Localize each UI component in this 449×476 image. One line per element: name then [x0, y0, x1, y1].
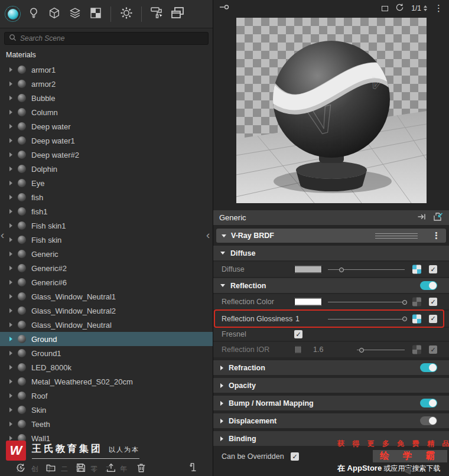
section-refraction[interactable]: Refraction: [213, 360, 449, 375]
expand-arrow-icon[interactable]: [9, 252, 12, 256]
bump-toggle[interactable]: [420, 399, 437, 407]
material-row[interactable]: Skin: [0, 403, 213, 417]
expand-arrow-icon[interactable]: [9, 96, 12, 100]
slider-knob[interactable]: [339, 268, 344, 272]
displacement-toggle[interactable]: [420, 416, 437, 425]
material-row[interactable]: Metal_Weathered_S02_20cm: [0, 374, 213, 389]
expand-arrow-icon[interactable]: [9, 209, 12, 214]
expand-arrow-icon[interactable]: [9, 436, 12, 441]
refraction-toggle[interactable]: [420, 363, 437, 372]
glossiness-slider[interactable]: [328, 319, 405, 319]
purge-trash-button[interactable]: [136, 462, 147, 475]
material-row[interactable]: Roof: [0, 389, 213, 403]
fresnel-checkbox[interactable]: [294, 330, 302, 338]
section-diffuse[interactable]: Diffuse: [213, 246, 449, 260]
glossiness-checkbox[interactable]: [429, 315, 437, 323]
material-row[interactable]: Eye: [0, 176, 213, 190]
reflection-color-texture-slot-icon[interactable]: [412, 298, 421, 307]
expand-arrow-icon[interactable]: [9, 223, 12, 228]
glossiness-value-field[interactable]: 1: [295, 315, 300, 323]
expand-arrow-icon[interactable]: [9, 181, 12, 185]
section-opacity[interactable]: Opacity: [213, 378, 449, 393]
material-row[interactable]: Generic#2: [0, 261, 213, 275]
material-row[interactable]: Ground: [0, 332, 213, 346]
material-row[interactable]: Generic#6: [0, 275, 213, 289]
material-row[interactable]: armor2: [0, 77, 213, 91]
ior-swatch[interactable]: [294, 346, 302, 354]
collapse-right-panel-handle-icon[interactable]: ‹: [206, 229, 210, 240]
expand-arrow-icon[interactable]: [9, 407, 12, 412]
material-row[interactable]: Ground1: [0, 346, 213, 360]
expand-arrow-icon[interactable]: [9, 124, 12, 129]
expand-arrow-icon[interactable]: [9, 308, 12, 313]
material-row[interactable]: Bubble: [0, 91, 213, 105]
preview-window-button[interactable]: [167, 2, 188, 27]
ior-slider[interactable]: [357, 350, 405, 350]
expand-arrow-icon[interactable]: [9, 152, 12, 157]
material-row[interactable]: Glass_Window_Neutral: [0, 318, 213, 332]
expand-arrow-icon[interactable]: [9, 110, 12, 115]
material-row[interactable]: Generic: [0, 247, 213, 261]
material-row[interactable]: Column: [0, 105, 213, 119]
expand-arrow-icon[interactable]: [9, 67, 12, 72]
material-row[interactable]: Fish skin1: [0, 219, 213, 233]
expand-arrow-icon[interactable]: [9, 351, 12, 356]
expand-arrow-icon[interactable]: [9, 195, 12, 200]
glossiness-texture-slot-icon[interactable]: [412, 314, 421, 323]
expand-arrow-icon[interactable]: [9, 237, 12, 242]
drag-handle-icon[interactable]: [375, 233, 418, 239]
section-reflection[interactable]: Reflection: [213, 278, 449, 293]
history-button[interactable]: [15, 462, 26, 475]
save-to-library-icon[interactable]: [433, 212, 443, 223]
material-row[interactable]: Glass_Window_Neutral2: [0, 304, 213, 318]
paint-tool-button[interactable]: [147, 2, 167, 27]
material-row[interactable]: Dolphin: [0, 162, 213, 176]
reflection-toggle[interactable]: [420, 281, 437, 290]
ior-value-field[interactable]: 1.6: [313, 345, 323, 354]
expand-arrow-icon[interactable]: [9, 266, 12, 270]
material-row[interactable]: Deep water1: [0, 133, 213, 148]
expand-arrow-icon[interactable]: [9, 322, 12, 327]
diffuse-color-swatch[interactable]: [294, 266, 322, 273]
dock-arrow-icon[interactable]: [417, 212, 427, 223]
settings-button[interactable]: [116, 2, 136, 27]
collapse-left-handle-icon[interactable]: ‹: [1, 229, 4, 240]
reflection-color-swatch[interactable]: [294, 298, 322, 306]
material-row[interactable]: Glass_Window_Neutral1: [0, 289, 213, 304]
diffuse-slider[interactable]: [328, 269, 405, 270]
material-row[interactable]: Teeth: [0, 417, 213, 431]
import-button[interactable]: [106, 462, 116, 475]
lamp-post-button[interactable]: [188, 461, 199, 474]
node-connection-icon[interactable]: [219, 3, 230, 14]
save-button[interactable]: [76, 462, 86, 475]
ior-texture-slot-icon[interactable]: [412, 345, 421, 354]
refresh-preview-icon[interactable]: [395, 3, 404, 14]
expand-arrow-icon[interactable]: [9, 167, 12, 171]
open-folder-button[interactable]: [45, 462, 56, 475]
geometry-category-button[interactable]: [44, 2, 64, 27]
material-row[interactable]: LED_8000k: [0, 360, 213, 374]
reflection-color-slider[interactable]: [328, 302, 405, 302]
reflection-color-checkbox[interactable]: [429, 298, 437, 306]
brdf-collapse-arrow-icon[interactable]: [222, 234, 226, 237]
material-row[interactable]: Fish skin: [0, 233, 213, 247]
section-displacement[interactable]: Displacement: [213, 413, 449, 428]
diffuse-texture-slot-icon[interactable]: [412, 265, 421, 274]
expand-arrow-icon[interactable]: [9, 393, 12, 398]
ior-checkbox[interactable]: [429, 345, 437, 354]
material-row[interactable]: Deep water: [0, 119, 213, 133]
expand-arrow-icon[interactable]: [9, 379, 12, 384]
material-row[interactable]: fish: [0, 190, 213, 204]
textures-category-button[interactable]: [85, 2, 106, 27]
material-row[interactable]: Deep water#2: [0, 148, 213, 162]
materials-category-button[interactable]: [2, 2, 23, 27]
expand-arrow-icon[interactable]: [9, 365, 12, 370]
search-input[interactable]: Search Scene: [4, 32, 209, 45]
float-preview-icon[interactable]: [382, 6, 388, 11]
slider-knob[interactable]: [402, 300, 407, 305]
expand-arrow-icon[interactable]: [9, 422, 12, 426]
menu-dots-icon[interactable]: ⋮: [434, 3, 443, 14]
expand-arrow-icon[interactable]: [9, 138, 12, 143]
slider-knob[interactable]: [359, 348, 364, 353]
material-row[interactable]: fish1: [0, 204, 213, 219]
